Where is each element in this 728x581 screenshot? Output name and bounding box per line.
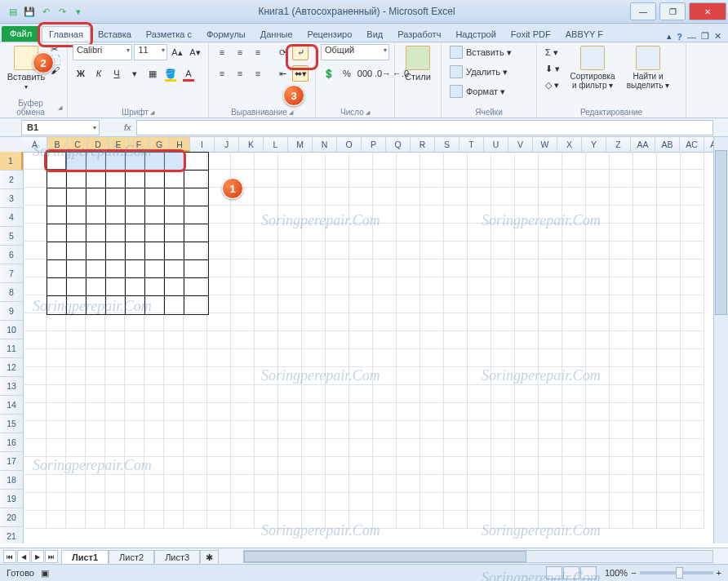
row-header[interactable]: 19 (0, 490, 23, 508)
select-all-corner[interactable] (0, 137, 24, 153)
accounting-format-icon[interactable]: 💲 (321, 65, 337, 82)
tab-главная[interactable]: Главная (42, 26, 91, 42)
close-button[interactable]: ✕ (689, 2, 726, 20)
italic-button[interactable]: К (91, 65, 107, 82)
column-header[interactable]: U (484, 137, 508, 152)
row-header[interactable]: 7 (0, 264, 23, 283)
comma-format-icon[interactable]: 000 (357, 65, 373, 82)
column-header[interactable]: M (288, 137, 313, 152)
sheet-tab-Лист2[interactable]: Лист2 (109, 550, 154, 564)
tab-вид[interactable]: Вид (359, 26, 390, 42)
wrap-text-button[interactable]: ⤶ (292, 44, 309, 60)
align-bottom-icon[interactable]: ≡ (250, 44, 266, 60)
row-header[interactable]: 16 (0, 433, 23, 452)
row-header[interactable]: 9 (0, 302, 23, 321)
column-header[interactable]: T (459, 137, 484, 152)
row-header[interactable]: 4 (0, 208, 23, 227)
sheet-tab-Лист3[interactable]: Лист3 (154, 550, 200, 564)
column-header[interactable]: R (411, 137, 435, 152)
tab-надстрой[interactable]: Надстрой (448, 26, 503, 42)
zoom-level[interactable]: 100% (605, 568, 628, 578)
macro-record-icon[interactable]: ▣ (41, 568, 49, 579)
cut-icon[interactable]: ✂ (51, 44, 62, 55)
maximize-button[interactable]: ❐ (659, 2, 686, 20)
underline-button[interactable]: Ч (109, 65, 125, 82)
sheet-last-icon[interactable]: ⏭ (45, 550, 58, 563)
column-header[interactable]: AB (655, 137, 680, 152)
fx-icon[interactable]: fx (124, 122, 131, 132)
clear-button[interactable]: ◇ ▾ (542, 77, 563, 93)
row-header[interactable]: 18 (0, 471, 23, 490)
font-color-button[interactable]: A (180, 65, 197, 82)
row-header[interactable]: 3 (0, 189, 23, 208)
column-header[interactable]: P (362, 137, 386, 152)
column-header[interactable]: AA (631, 137, 655, 152)
horizontal-scrollbar[interactable] (243, 550, 713, 563)
row-header[interactable]: 20 (0, 508, 23, 527)
column-header[interactable]: S (435, 137, 459, 152)
decrease-font-icon[interactable]: A▾ (187, 44, 203, 60)
dialog-launcher-icon[interactable]: ◢ (58, 104, 62, 111)
row-header[interactable]: 6 (0, 246, 23, 264)
sheet-first-icon[interactable]: ⏮ (3, 550, 16, 563)
redo-icon[interactable]: ↷ (55, 5, 69, 18)
sheet-prev-icon[interactable]: ◀ (17, 550, 30, 563)
border-button[interactable]: ▦ (144, 65, 161, 82)
name-box[interactable]: B1 (21, 120, 100, 135)
sheet-next-icon[interactable]: ▶ (31, 550, 44, 563)
column-header[interactable]: X (557, 137, 582, 152)
tab-вставка[interactable]: Вставка (91, 26, 139, 42)
zoom-slider[interactable] (640, 571, 713, 574)
column-header[interactable]: I (190, 137, 215, 152)
align-center-icon[interactable]: ≡ (232, 65, 248, 82)
column-header[interactable]: Z (606, 137, 631, 152)
zoom-out-button[interactable]: − (631, 568, 636, 578)
column-header[interactable]: L (264, 137, 288, 152)
underline-dropdown-icon[interactable]: ▾ (127, 65, 143, 82)
styles-button[interactable]: Стили (400, 44, 436, 83)
page-break-view-icon[interactable] (580, 566, 597, 579)
tab-рецензиро[interactable]: Рецензиро (300, 26, 360, 42)
find-select-button[interactable]: Найти и выделить ▾ (622, 44, 674, 91)
save-icon[interactable]: 💾 (23, 5, 36, 18)
insert-cells-button[interactable]: Вставить ▾ (446, 44, 531, 60)
row-header[interactable]: 17 (0, 452, 23, 471)
tab-формулы[interactable]: Формулы (199, 26, 253, 42)
doc-restore-icon[interactable]: ❐ (701, 31, 709, 42)
new-sheet-button[interactable]: ✱ (200, 550, 219, 565)
dialog-launcher-icon[interactable]: ◢ (366, 109, 370, 116)
dialog-launcher-icon[interactable]: ◢ (150, 109, 154, 116)
format-cells-button[interactable]: Формат ▾ (446, 83, 531, 100)
column-header[interactable]: N (313, 137, 337, 152)
merge-center-button[interactable]: ⬌▾ (292, 65, 309, 82)
bold-button[interactable]: Ж (73, 65, 89, 82)
active-cell[interactable] (47, 152, 66, 170)
number-format-combo[interactable]: Общий (321, 44, 389, 60)
autosum-button[interactable]: Σ ▾ (542, 44, 563, 60)
page-layout-view-icon[interactable] (563, 566, 579, 579)
file-tab[interactable]: Файл (2, 26, 40, 42)
row-header[interactable]: 21 (0, 527, 23, 543)
fill-color-button[interactable]: 🪣 (162, 65, 179, 82)
row-header[interactable]: 12 (0, 358, 23, 377)
column-header[interactable]: A (23, 137, 47, 152)
align-top-icon[interactable]: ≡ (214, 44, 230, 60)
zoom-in-button[interactable]: + (717, 568, 721, 578)
sheet-tab-Лист1[interactable]: Лист1 (61, 550, 109, 564)
align-middle-icon[interactable]: ≡ (232, 44, 248, 60)
font-size-combo[interactable]: 11 (134, 44, 167, 60)
row-header[interactable]: 15 (0, 415, 23, 433)
tab-разметка с[interactable]: Разметка с (139, 26, 199, 42)
column-header[interactable]: Q (386, 137, 411, 152)
minimize-button[interactable]: — (630, 2, 656, 20)
row-header[interactable]: 1 (0, 152, 23, 171)
column-header[interactable]: J (215, 137, 239, 152)
column-header[interactable]: AC (680, 137, 704, 152)
decrease-indent-icon[interactable]: ⇤ (274, 65, 291, 82)
minimize-ribbon-icon[interactable]: ▴ (667, 31, 672, 42)
formula-input[interactable] (136, 120, 713, 135)
undo-icon[interactable]: ↶ (39, 5, 52, 18)
column-header[interactable]: W (533, 137, 557, 152)
column-header[interactable]: K (239, 137, 264, 152)
orientation-icon[interactable]: ⟳ (274, 44, 291, 60)
